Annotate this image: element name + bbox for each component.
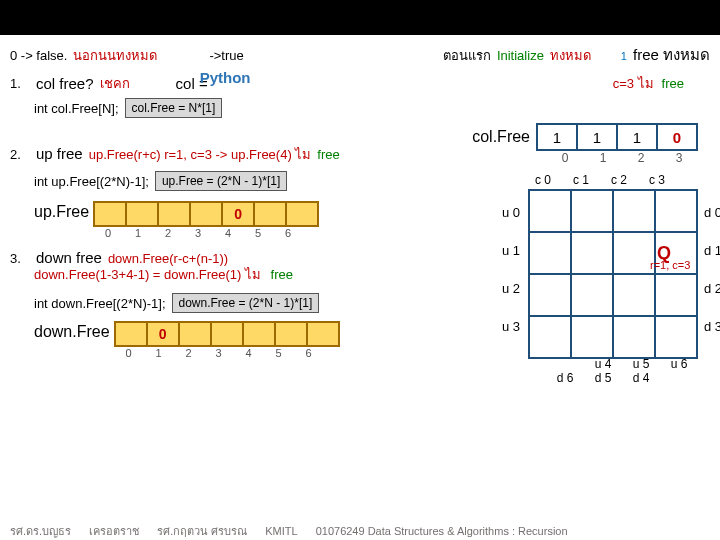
- cell: [191, 201, 223, 227]
- idx: 6: [294, 347, 324, 359]
- cell: [255, 201, 287, 227]
- lbl: u 0: [502, 193, 520, 231]
- txt: down.Free(1-3+4-1) = down.Free(1) ไม: [34, 267, 261, 282]
- cell: [276, 321, 308, 347]
- txt: เชคก: [100, 73, 130, 94]
- code-init: col.Free = N*[1]: [125, 98, 223, 118]
- lbl: d 0: [704, 193, 720, 231]
- txt: free ทงหมด: [633, 46, 710, 63]
- cell: 0: [223, 201, 255, 227]
- lbl: c 2: [600, 173, 638, 187]
- idx: 2: [153, 227, 183, 239]
- footer: รศ.ดร.บญธร เครอตราช รศ.กฤตวน ศรบรณ KMITL…: [10, 522, 710, 540]
- txt: up free: [36, 145, 83, 162]
- idx: 1: [144, 347, 174, 359]
- idx: 3: [660, 151, 698, 165]
- idx: 5: [243, 227, 273, 239]
- cell: 1: [618, 123, 658, 151]
- lbl: u 2: [502, 269, 520, 307]
- cell: [127, 201, 159, 227]
- row-labels-left: u 0 u 1 u 2 u 3: [502, 193, 520, 345]
- lbl: c 1: [562, 173, 600, 187]
- txt: 0 -> false.: [10, 48, 67, 63]
- lbl: u 1: [502, 231, 520, 269]
- txt: 1: [621, 50, 627, 62]
- step1-line: 1. col free? เชคก col = Python c=3 ไม fr…: [10, 73, 710, 94]
- cell: [159, 201, 191, 227]
- python-label: Python: [200, 69, 251, 86]
- idx: 5: [264, 347, 294, 359]
- col-labels: c 0 c 1 c 2 c 3: [524, 173, 676, 187]
- list-num: 3.: [10, 251, 30, 266]
- idx: 0: [93, 227, 123, 239]
- idx: 1: [123, 227, 153, 239]
- ftxt: KMITL: [265, 525, 297, 537]
- idx: 2: [174, 347, 204, 359]
- ftxt: 01076249 Data Structures & Algorithms : …: [316, 525, 568, 537]
- cell: 1: [578, 123, 618, 151]
- cell: [308, 321, 340, 347]
- list-num: 1.: [10, 76, 30, 91]
- array-label: down.Free: [34, 323, 110, 341]
- txt: free: [271, 267, 293, 282]
- lbl: u 3: [502, 307, 520, 345]
- txt: นอกนนทงหมด: [73, 45, 157, 66]
- board-grid: Qr=1, c=3: [528, 189, 698, 359]
- array-label: up.Free: [34, 203, 89, 221]
- lbl: c 3: [638, 173, 676, 187]
- idx: 4: [213, 227, 243, 239]
- list-num: 2.: [10, 147, 30, 162]
- ftxt: รศ.กฤตวน ศรบรณ: [157, 522, 247, 540]
- lbl: [660, 371, 698, 385]
- code: int down.Free[(2*N)-1];: [34, 296, 166, 311]
- idx: 3: [204, 347, 234, 359]
- cell: [244, 321, 276, 347]
- txt: ทงหมด: [550, 45, 591, 66]
- idx: 1: [584, 151, 622, 165]
- idx: 4: [234, 347, 264, 359]
- lbl: d 1: [704, 231, 720, 269]
- txt: col free?: [36, 75, 94, 92]
- code: int col.Free[N];: [34, 101, 119, 116]
- txt: up.Free(r+c) r=1, c=3 -> up.Free(4) ไม: [89, 144, 312, 165]
- code: int up.Free[(2*N)-1];: [34, 174, 149, 189]
- queen-cell: Qr=1, c=3: [655, 232, 697, 274]
- row-labels-right: d 0 d 1 d 2 d 3: [704, 193, 720, 345]
- code-init: up.Free = (2*N - 1)*[1]: [155, 171, 287, 191]
- cell: 0: [148, 321, 180, 347]
- idx: 6: [273, 227, 303, 239]
- lbl: u 6: [660, 357, 698, 371]
- lbl: d 4: [622, 371, 660, 385]
- lbl: d 5: [584, 371, 622, 385]
- rc-label: r=1, c=3: [650, 259, 710, 271]
- idx: 0: [546, 151, 584, 165]
- txt: ตอนแรก: [443, 45, 491, 66]
- diag-labels-bottom: u 4 u 5 u 6 d 6 d 5 d 4: [546, 357, 698, 385]
- ftxt: รศ.ดร.บญธร: [10, 522, 71, 540]
- lbl: [546, 357, 584, 371]
- code-init: down.Free = (2*N - 1)*[1]: [172, 293, 320, 313]
- cell: 1: [536, 123, 578, 151]
- slide-content: 0 -> false. นอกนนทงหมด ->true ตอนแรก Ini…: [0, 35, 720, 540]
- colfree-idx: 0 1 2 3: [546, 151, 698, 165]
- cell: [180, 321, 212, 347]
- lbl: u 5: [622, 357, 660, 371]
- cell: [93, 201, 127, 227]
- txt: c=3 ไม: [613, 73, 654, 94]
- txt: ->true: [209, 48, 243, 63]
- ftxt: เครอตราช: [89, 522, 139, 540]
- idx: 3: [183, 227, 213, 239]
- array-label: col.Free: [472, 128, 530, 146]
- row-legend: 0 -> false. นอกนนทงหมด ->true ตอนแรก Ini…: [10, 43, 710, 67]
- cell: [287, 201, 319, 227]
- txt: free: [662, 76, 684, 91]
- colfree-decl: int col.Free[N]; col.Free = N*[1]: [34, 98, 710, 118]
- lbl: d 6: [546, 371, 584, 385]
- lbl: d 3: [704, 307, 720, 345]
- lbl: u 4: [584, 357, 622, 371]
- lbl: d 2: [704, 269, 720, 307]
- idx: 0: [114, 347, 144, 359]
- cell: [212, 321, 244, 347]
- lbl: c 0: [524, 173, 562, 187]
- colfree-array: col.Free 1 1 1 0: [472, 123, 698, 151]
